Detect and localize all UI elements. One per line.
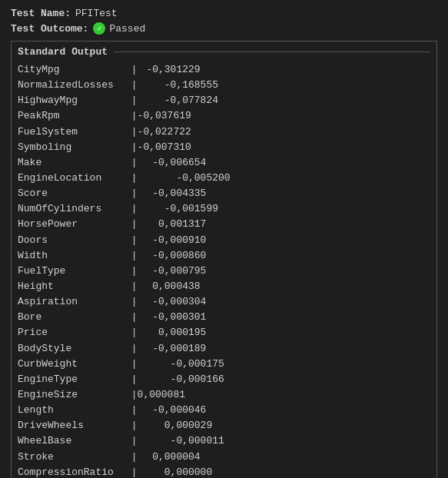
table-row: DriveWheels | 0,000029 [18,418,430,433]
table-row: CurbWeight | -0,000175 [18,357,430,372]
table-row: NumOfCylinders | -0,001599 [18,201,430,217]
row-separator: | [125,372,138,387]
row-separator: |-0,007310 [125,140,191,155]
row-separator: | [125,433,138,449]
table-row: Stroke | 0,000004 [18,450,430,465]
row-separator: | [125,248,138,264]
row-name: Width [18,248,125,264]
row-separator: | [125,310,138,325]
row-name: WheelBase [18,433,125,449]
table-row: Bore | -0,000301 [18,310,430,325]
table-row: Length | -0,000046 [18,403,430,418]
row-value: 0,000195 [141,325,207,340]
table-row: PeakRpm |-0,037619 [18,108,430,124]
row-value: -0,301229 [141,62,201,78]
row-value: 0,001317 [141,217,207,232]
row-name: Height [18,279,125,294]
table-row: Score | -0,004335 [18,186,430,201]
row-value: -0,000304 [141,294,207,310]
test-outcome-row: Test Outcome: ✓ Passed [11,22,437,35]
row-separator: | [125,78,138,93]
table-row: NormalizedLosses | -0,168555 [18,78,430,93]
section-title: Standard Output [18,46,108,58]
row-name: HighwayMpg [18,93,125,108]
row-name: CompressionRatio [18,465,125,478]
row-value: -0,000301 [141,310,207,325]
row-name: FuelType [18,264,125,279]
test-name-label: Test Name: [11,8,71,19]
table-row: Symboling |-0,007310 [18,140,430,155]
row-separator: | [125,325,138,340]
row-value: -0,000189 [141,341,207,357]
row-value: -0,000166 [141,372,224,387]
row-separator: | [125,403,138,418]
row-value: 0,000438 [141,279,201,294]
row-name: Stroke [18,450,125,465]
row-separator: | [125,264,138,279]
row-name: NormalizedLosses [18,78,125,93]
row-name: Length [18,403,125,418]
standard-output-section: Standard Output CityMpg | -0,301229Norma… [11,41,437,478]
row-separator: | [125,279,138,294]
row-value: -0,000860 [141,248,207,264]
row-separator: | [125,450,138,465]
row-name: CityMpg [18,62,125,78]
table-row: BodyStyle | -0,000189 [18,341,430,357]
row-name: Make [18,155,125,171]
row-value: -0,000910 [141,233,207,248]
test-outcome-value: Passed [109,23,145,35]
row-separator: | [125,341,138,357]
section-title-bar: Standard Output [12,46,436,58]
row-name: CurbWeight [18,357,125,372]
table-row: HighwayMpg | -0,077824 [18,93,430,108]
row-separator: | [125,93,138,108]
row-name: HorsePower [18,217,125,232]
pass-check-icon: ✓ [93,22,105,35]
row-value: -0,168555 [141,78,218,93]
row-separator: | [125,357,138,372]
row-separator: | [125,217,138,232]
row-name: Symboling [18,140,125,155]
header-section: Test Name: PFITest Test Outcome: ✓ Passe… [11,8,437,35]
test-outcome-label: Test Outcome: [11,23,88,35]
row-separator: | [125,233,138,248]
row-name: Score [18,186,125,201]
row-separator: | [125,62,138,78]
row-name: Aspiration [18,294,125,310]
row-separator: | [125,465,138,478]
row-separator: | [125,155,138,171]
row-value: -0,000175 [141,357,224,372]
row-value: -0,000011 [141,433,224,449]
row-separator: |-0,037619 [125,108,191,124]
table-row: Price | 0,000195 [18,325,430,340]
row-value: -0,006654 [141,155,207,171]
row-name: EngineSize [18,387,125,403]
row-value: -0,005200 [141,171,231,186]
test-name-row: Test Name: PFITest [11,8,437,19]
row-name: NumOfCylinders [18,201,125,217]
row-value: 0,000029 [141,418,213,433]
table-row: EngineType | -0,000166 [18,372,430,387]
row-name: Bore [18,310,125,325]
row-separator: |0,000081 [125,387,185,403]
table-row: Aspiration | -0,000304 [18,294,430,310]
row-value: -0,001599 [141,201,218,217]
row-name: EngineLocation [18,171,125,186]
row-value: -0,077824 [141,93,218,108]
row-name: BodyStyle [18,341,125,357]
row-name: Price [18,325,125,340]
row-name: Doors [18,233,125,248]
row-separator: | [125,171,138,186]
row-value: 0,000000 [141,465,213,478]
row-value: -0,004335 [141,186,207,201]
output-table: CityMpg | -0,301229NormalizedLosses | -0… [12,62,436,478]
row-name: EngineType [18,372,125,387]
row-separator: | [125,186,138,201]
table-row: EngineLocation | -0,005200 [18,171,430,186]
table-row: Width | -0,000860 [18,248,430,264]
section-divider [114,51,430,52]
row-name: DriveWheels [18,418,125,433]
table-row: HorsePower | 0,001317 [18,217,430,232]
table-row: FuelSystem |-0,022722 [18,124,430,140]
table-row: CityMpg | -0,301229 [18,62,430,78]
